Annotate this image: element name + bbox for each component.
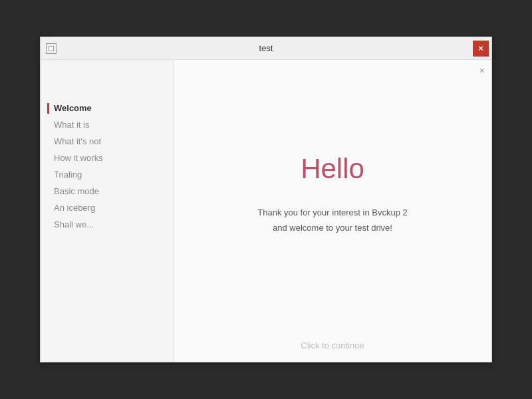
sidebar-item-trialing[interactable]: Trialing [41, 166, 173, 183]
continue-link[interactable]: Click to continue [301, 340, 364, 350]
main-window: test × Welcome What it is What it's not … [40, 37, 492, 362]
window-body: Welcome What it is What it's not How it … [41, 60, 491, 362]
close-button[interactable]: × [473, 41, 489, 57]
main-content: × Hello Thank you for your interest in B… [174, 60, 491, 362]
content-area: Hello Thank you for your interest in Bvc… [174, 60, 491, 329]
welcome-text: Thank you for your interest in Bvckup 2 … [257, 205, 407, 236]
welcome-line1: Thank you for your interest in Bvckup 2 [257, 207, 407, 217]
sidebar-item-an-iceberg[interactable]: An iceberg [41, 200, 173, 216]
window-icon [46, 43, 57, 54]
sidebar-item-basic-mode[interactable]: Basic mode [41, 183, 173, 200]
hello-title: Hello [301, 153, 364, 185]
inner-close-button[interactable]: × [479, 65, 485, 76]
welcome-line2: and welcome to your test drive! [273, 223, 392, 233]
window-icon-inner [49, 46, 54, 51]
sidebar-item-how-it-works[interactable]: How it works [41, 150, 173, 166]
continue-area[interactable]: Click to continue [174, 329, 491, 362]
sidebar-item-what-its-not[interactable]: What it's not [41, 133, 173, 150]
window-title: test [259, 43, 273, 53]
sidebar-item-what-it-is[interactable]: What it is [41, 116, 173, 133]
sidebar-item-shall-we[interactable]: Shall we... [41, 216, 173, 233]
sidebar: Welcome What it is What it's not How it … [41, 60, 174, 362]
title-bar: test × [41, 37, 491, 60]
sidebar-item-welcome[interactable]: Welcome [41, 100, 173, 116]
